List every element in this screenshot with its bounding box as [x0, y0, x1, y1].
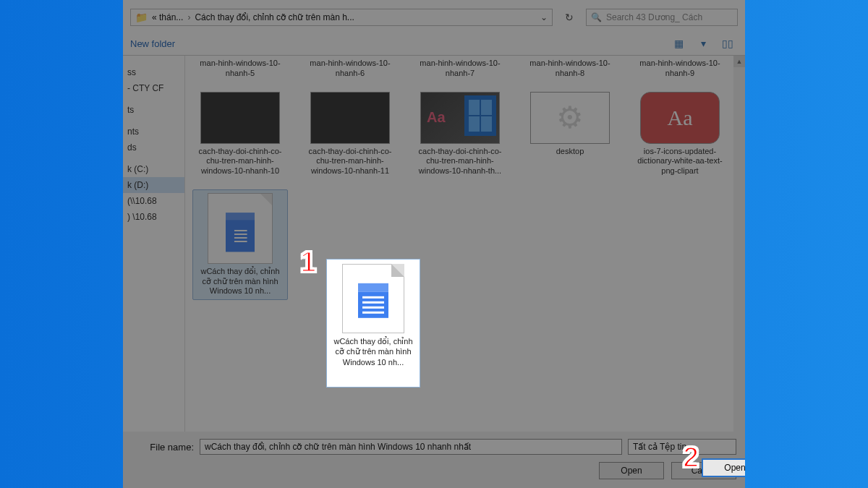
search-placeholder: Search 43 Dương_ Cách [606, 12, 702, 22]
sidebar-item[interactable]: (\\10.68 [123, 193, 184, 209]
file-label: man-hinh-windows-10-nhanh-5 [192, 59, 288, 79]
thumbnail-image [420, 92, 500, 144]
gear-icon [530, 92, 610, 144]
preview-pane-icon[interactable]: ▯▯ [718, 36, 738, 51]
file-label: man-hinh-windows-10-nhanh-7 [412, 59, 508, 79]
refresh-button[interactable]: ↻ [560, 9, 579, 26]
dialog-footer: File name: Tất cả Tệp tin Open Cance [123, 432, 745, 488]
sidebar: ss - CTY CF ts nts ds k (C:) k (D:) (\\1… [123, 56, 185, 432]
breadcrumb-part[interactable]: « thán... [152, 12, 183, 22]
file-label: desktop [556, 147, 584, 157]
open-button[interactable]: Open [599, 462, 664, 479]
breadcrumb-part[interactable]: Cách thay đổi, chỉnh cỡ chữ trên màn h..… [195, 12, 354, 22]
file-tile[interactable]: man-hinh-windows-10-nhanh-8 [522, 56, 618, 79]
sidebar-item[interactable]: k (C:) [123, 161, 184, 177]
sidebar-item[interactable]: ss [123, 64, 184, 80]
open-button-highlight[interactable]: Open [702, 458, 745, 477]
sidebar-item[interactable]: nts [123, 124, 184, 140]
address-bar: 📁 « thán... › Cách thay đổi, chỉnh cỡ ch… [123, 0, 745, 33]
new-folder-button[interactable]: New folder [130, 38, 175, 49]
chevron-down-icon[interactable]: ⌄ [540, 12, 548, 22]
thumbnail-image [200, 92, 280, 144]
file-tile-selected-highlight[interactable]: wCách thay đổi, chỉnh cỡ chữ trên màn hì… [326, 259, 420, 388]
file-label: wCách thay đổi, chỉnh cỡ chữ trên màn hì… [196, 267, 284, 296]
sidebar-item[interactable]: ds [123, 140, 184, 155]
file-label: ios-7-icons-updated-dictionary-white-aa-… [632, 147, 728, 176]
file-tile[interactable]: man-hinh-windows-10-nhanh-9 [632, 56, 728, 79]
sidebar-item[interactable] [123, 118, 184, 124]
file-label: wCách thay đổi, chỉnh cỡ chữ trên màn hì… [331, 336, 415, 367]
sidebar-item[interactable]: - CTY CF [123, 80, 184, 96]
search-icon: 🔍 [591, 12, 602, 22]
files-pane: ▲ man-hinh-windows-10-nhanh-5 man-hinh-w… [185, 56, 745, 432]
toolbar: New folder ▦ ▾ ▯▯ [123, 33, 745, 56]
file-tile[interactable]: man-hinh-windows-10-nhanh-6 [302, 56, 398, 79]
search-input[interactable]: 🔍 Search 43 Dương_ Cách [586, 9, 738, 26]
sidebar-item[interactable]: ) \10.68 [123, 209, 184, 225]
file-tile-selected[interactable]: wCách thay đổi, chỉnh cỡ chữ trên màn hì… [192, 189, 288, 300]
sidebar-item[interactable]: k (D:) [123, 177, 184, 193]
file-tile[interactable]: cach-thay-doi-chinh-co-chu-tren-man-hinh… [412, 92, 508, 176]
file-tile[interactable]: cach-thay-doi-chinh-co-chu-tren-man-hinh… [192, 92, 288, 176]
view-mode-icon[interactable]: ▦ [668, 36, 689, 51]
file-tile[interactable]: ios-7-icons-updated-dictionary-white-aa-… [632, 92, 728, 176]
thumbnail-image [310, 92, 390, 144]
view-dropdown-icon[interactable]: ▾ [693, 36, 713, 51]
thumbnail-image [640, 92, 720, 144]
file-label: cach-thay-doi-chinh-co-chu-tren-man-hinh… [412, 147, 508, 176]
file-tile[interactable]: desktop [522, 92, 618, 176]
callout-1: 1 [300, 246, 316, 278]
breadcrumb-sep: › [187, 12, 190, 22]
file-label: man-hinh-windows-10-nhanh-6 [302, 59, 398, 79]
filename-label: File name: [132, 442, 194, 453]
filename-input[interactable] [200, 439, 622, 455]
file-tile[interactable]: cach-thay-doi-chinh-co-chu-tren-man-hinh… [302, 92, 398, 176]
document-icon [208, 193, 273, 264]
scroll-up-icon[interactable]: ▲ [733, 56, 745, 67]
breadcrumb[interactable]: 📁 « thán... › Cách thay đổi, chỉnh cỡ ch… [130, 9, 553, 26]
sidebar-item[interactable]: ts [123, 102, 184, 118]
sidebar-item[interactable] [123, 96, 184, 102]
filetype-dropdown[interactable]: Tất cả Tệp tin [628, 439, 736, 455]
file-label: cach-thay-doi-chinh-co-chu-tren-man-hinh… [192, 147, 288, 176]
file-label: man-hinh-windows-10-nhanh-8 [522, 59, 618, 79]
sidebar-item[interactable] [123, 59, 184, 64]
callout-2: 2 [683, 441, 699, 474]
file-label: man-hinh-windows-10-nhanh-9 [632, 59, 728, 79]
scrollbar[interactable]: ▲ [733, 56, 745, 432]
file-label: cach-thay-doi-chinh-co-chu-tren-man-hinh… [302, 147, 398, 176]
document-icon [342, 264, 404, 333]
folder-icon: 📁 [135, 12, 148, 23]
file-tile[interactable]: man-hinh-windows-10-nhanh-5 [192, 56, 288, 79]
sidebar-item[interactable] [123, 155, 184, 161]
file-tile[interactable]: man-hinh-windows-10-nhanh-7 [412, 56, 508, 79]
